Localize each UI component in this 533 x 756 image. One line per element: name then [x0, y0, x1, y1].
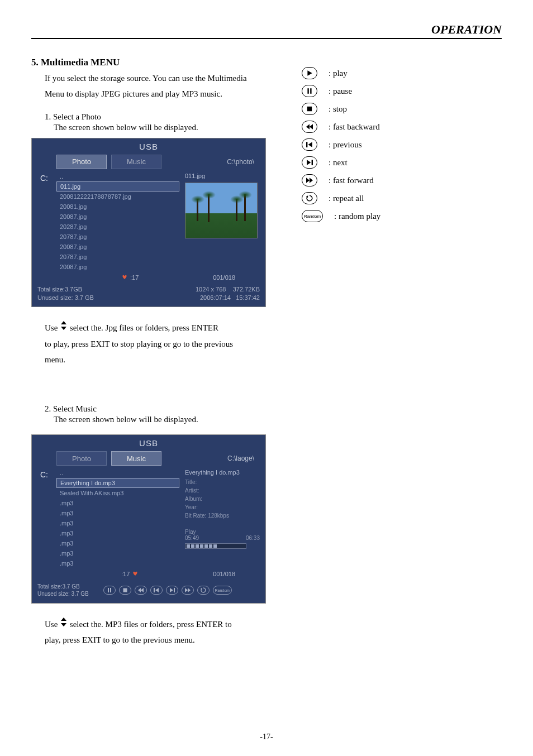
usb-photo-panel: USB Photo Music C:\photo\ C: .. 011.jpg …	[31, 138, 266, 308]
svg-rect-4	[123, 588, 127, 592]
list-item[interactable]: 20287.jpg	[56, 222, 179, 232]
svg-rect-3	[110, 588, 111, 592]
legend-repeat: : repeat all	[329, 194, 364, 203]
list-item[interactable]: .mp3	[56, 558, 179, 568]
image-time: 15:37:42	[236, 294, 260, 301]
list-item[interactable]: .mp3	[56, 518, 179, 528]
section-title: 5. Multimedia MENU	[31, 57, 502, 68]
total-size: Total size:3.7GB	[37, 285, 94, 294]
legend-next: : next	[329, 158, 348, 168]
fast-backward-button[interactable]	[135, 586, 147, 595]
list-item[interactable]: 20087.jpg	[56, 212, 179, 222]
image-filesize: 372.72KB	[233, 286, 260, 293]
updown-icon	[60, 620, 68, 629]
file-list[interactable]: .. Everything I do.mp3 Sealed With AKiss…	[56, 466, 179, 568]
random-button[interactable]: Random	[213, 586, 232, 595]
file-name: 200812222178878787.jpg	[60, 193, 131, 200]
list-item[interactable]: Everything I do.mp3	[56, 478, 179, 488]
instruction1-line3: menu.	[45, 354, 502, 365]
panel1-status-row: :17 001/018	[32, 272, 265, 283]
list-item[interactable]: ..	[56, 468, 179, 478]
legend-ff: : fast forward	[329, 176, 374, 185]
svg-rect-18	[310, 88, 311, 94]
list-item[interactable]: 200812222178878787.jpg	[56, 192, 179, 202]
panel1-path: C:\photo\	[227, 158, 254, 166]
file-list[interactable]: .. 011.jpg 200812222178878787.jpg 20081.…	[56, 169, 179, 272]
section-number: 5.	[31, 57, 39, 68]
play-label: Play	[185, 529, 199, 535]
file-name: 20787.jpg	[60, 253, 87, 260]
intro-line1: If you select the storage source. You ca…	[45, 73, 502, 84]
previous-button[interactable]	[150, 586, 163, 595]
info-album: Album:	[185, 496, 260, 502]
panel2-title: USB	[32, 435, 265, 451]
file-name: .mp3	[60, 560, 73, 567]
list-item[interactable]: 20787.jpg	[56, 252, 179, 262]
list-item[interactable]: .mp3	[56, 528, 179, 538]
info-pane: Everything I do.mp3 Title: Artist: Album…	[179, 466, 265, 568]
unused-size: Unused size: 3.7 GB	[37, 294, 94, 302]
panel2-path: C:\laoge\	[227, 454, 254, 462]
legend-pause: : pause	[329, 87, 352, 96]
svg-marker-21	[310, 124, 313, 130]
position-indicator: 001/018	[213, 274, 235, 281]
file-name: 20081.jpg	[60, 203, 87, 210]
repeat-button[interactable]	[197, 586, 210, 595]
tab-photo[interactable]: Photo	[56, 451, 107, 466]
list-item[interactable]: .mp3	[56, 548, 179, 558]
image-date: 2006:07:14	[200, 294, 231, 301]
play-current: 05:49	[185, 535, 199, 541]
legend-random: : random play	[334, 212, 380, 221]
file-name: 20287.jpg	[60, 223, 87, 230]
tab-photo[interactable]: Photo	[56, 155, 107, 169]
tab-music[interactable]: Music	[111, 451, 161, 466]
repeat-icon	[302, 192, 317, 204]
list-item[interactable]: 20087.jpg	[56, 262, 179, 272]
file-name: Everything I do.mp3	[60, 480, 115, 486]
instruction2-line2: play, press EXIT to go to the previous m…	[45, 634, 502, 645]
stop-button[interactable]	[119, 586, 131, 595]
list-item[interactable]: 20787.jpg	[56, 232, 179, 242]
list-item[interactable]: .mp3	[56, 498, 179, 508]
file-name: 20087.jpg	[60, 213, 87, 220]
list-item[interactable]: 011.jpg	[56, 181, 179, 192]
pause-button[interactable]	[103, 586, 116, 595]
svg-marker-14	[61, 618, 66, 621]
step1-sub: The screen shown below will be displayed…	[54, 123, 502, 132]
svg-marker-11	[185, 588, 188, 592]
panel1-footer: Total size:3.7GB Unused size: 3.7 GB 102…	[32, 283, 265, 307]
svg-marker-9	[170, 588, 173, 592]
tab-music[interactable]: Music	[111, 155, 161, 169]
list-item[interactable]: 20087.jpg	[56, 242, 179, 252]
instruction1-line2: to play, press EXIT to stop playing or g…	[45, 338, 502, 350]
file-name: .mp3	[60, 540, 73, 547]
step2-title: 2. Select Music	[45, 404, 502, 414]
next-button[interactable]	[166, 586, 178, 595]
preview-filename: 011.jpg	[185, 173, 260, 179]
list-item[interactable]: Sealed With AKiss.mp3	[56, 488, 179, 498]
panel1-title: USB	[32, 138, 265, 155]
file-name: .mp3	[60, 500, 73, 506]
legend-prev: : previous	[329, 140, 362, 150]
list-item[interactable]: .mp3	[56, 538, 179, 548]
icon-legend: : play : pause : stop : fast backward : …	[302, 67, 380, 228]
file-name: .mp3	[60, 510, 73, 516]
file-name: 20087.jpg	[60, 243, 87, 250]
list-item[interactable]: 20081.jpg	[56, 202, 179, 212]
svg-marker-8	[155, 588, 159, 592]
progress-bar[interactable]	[185, 543, 246, 549]
svg-marker-1	[61, 327, 66, 330]
info-filename: Everything I do.mp3	[185, 469, 260, 476]
file-name: 20787.jpg	[60, 233, 87, 240]
fast-backward-icon	[302, 121, 317, 133]
info-artist: Artist:	[185, 487, 260, 494]
list-item[interactable]: ..	[56, 171, 179, 181]
step1-label: Select a Photo	[53, 112, 101, 121]
legend-fb: : fast backward	[329, 122, 380, 132]
svg-marker-20	[306, 124, 310, 130]
list-item[interactable]: .mp3	[56, 508, 179, 518]
fast-forward-button[interactable]	[182, 586, 194, 595]
panel2-tabs: Photo Music C:\laoge\	[32, 451, 265, 466]
usb-music-panel: USB Photo Music C:\laoge\ C: .. Everythi…	[31, 434, 266, 604]
heart-icon	[121, 274, 128, 281]
